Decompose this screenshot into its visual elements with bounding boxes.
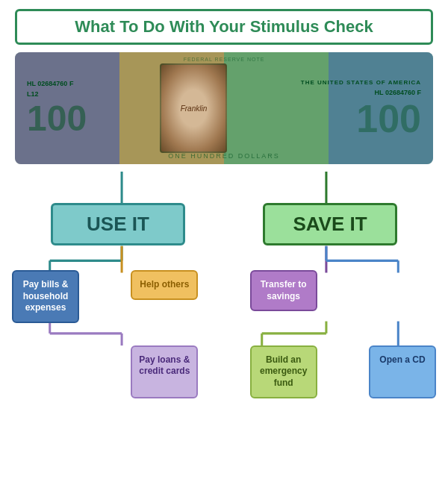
pay-bills-item: Pay bills & household expenses — [12, 270, 79, 323]
bill-serial-3: HL 02684760 F — [375, 89, 421, 96]
emergency-fund-item: Build an emergency fund — [250, 345, 317, 398]
bill-center: Franklin — [160, 63, 227, 153]
placeholder-left — [12, 345, 79, 398]
use-it-label: USE IT — [51, 203, 185, 245]
bill-portrait: Franklin — [160, 63, 227, 153]
sub-items-row-1: Pay bills & household expenses Help othe… — [12, 270, 436, 323]
pay-loans-item: Pay loans & credit cards — [131, 345, 198, 398]
page: What To Do With Your Stimulus Check FEDE… — [0, 0, 448, 485]
main-labels-row: USE IT SAVE IT — [12, 203, 436, 245]
bill-right: THE UNITED STATES OF AMERICA HL 02684760… — [301, 79, 421, 138]
bill-serial-2: L12 — [27, 90, 87, 98]
content-layer: USE IT SAVE IT Pay bills & household exp… — [12, 172, 436, 398]
bill-denom-right: 100 — [356, 99, 421, 138]
bill-country: THE UNITED STATES OF AMERICA — [301, 79, 421, 86]
page-title: What To Do With Your Stimulus Check — [32, 17, 416, 37]
save-it-label: SAVE IT — [263, 203, 397, 245]
bill-denom-left: 100 — [27, 101, 87, 137]
bill-text-layer: HL 02684760 F L12 100 Franklin THE UNITE… — [15, 52, 433, 164]
bill-bottom-text: ONE HUNDRED DOLLARS — [15, 152, 433, 160]
transfer-savings-item: Transfer to savings — [250, 270, 317, 311]
bill-illustration: FEDERAL RESERVE NOTE HL 02684760 F L12 1… — [15, 52, 433, 164]
open-cd-item: Open a CD — [369, 345, 436, 398]
bill-left: HL 02684760 F L12 100 — [27, 80, 87, 137]
flow-wrapper: USE IT SAVE IT Pay bills & household exp… — [12, 172, 436, 398]
title-box: What To Do With Your Stimulus Check — [15, 9, 433, 45]
bill-serial-1: HL 02684760 F — [27, 80, 87, 87]
bottom-items-row: Pay loans & credit cards Build an emerge… — [12, 345, 436, 398]
help-others-item: Help others — [131, 270, 198, 300]
